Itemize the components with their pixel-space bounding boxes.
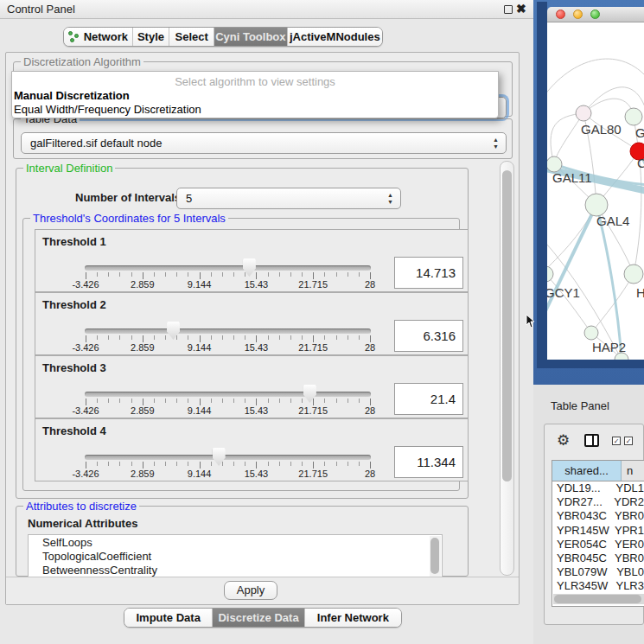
tick-label: -3.426	[72, 469, 99, 479]
panel-scrollbar[interactable]	[500, 161, 514, 576]
table-row[interactable]: YBL079WYBL0	[552, 565, 644, 579]
network-node	[624, 265, 643, 284]
table-panel-title: Table Panel	[551, 399, 609, 412]
thresholds-group-label: Threshold's Coordinates for 5 Intervals	[30, 212, 228, 225]
table-row[interactable]: YLR345WYLR3	[552, 579, 644, 593]
table-data-group: Table Data galFiltered.sif default node …	[13, 118, 513, 159]
table-row[interactable]: YBR045CYBR0	[552, 552, 644, 565]
tab-select[interactable]: Select	[169, 28, 214, 46]
table-data-combo[interactable]: galFiltered.sif default node ▲▼	[21, 132, 507, 154]
tick-label: 28	[365, 405, 375, 416]
threshold-row: Threshold 1 -3.426 2.859 9.144 15.43 21.…	[35, 229, 469, 292]
tab-discretize-data[interactable]: Discretize Data	[212, 609, 303, 627]
table-panel: ⚙ ✓ ✓ shared... n YDL19...YDL1 YDR27...Y…	[544, 424, 644, 625]
tick-label: 9.144	[188, 469, 212, 479]
tick-label: 15.43	[245, 469, 269, 479]
tick-label: -3.426	[72, 405, 99, 416]
apply-bar: Apply	[6, 577, 519, 604]
tick-label: 9.144	[188, 342, 212, 353]
list-item[interactable]: TopologicalCoefficient	[29, 549, 442, 563]
table-row[interactable]: YDR27...YDR2	[552, 495, 644, 509]
numerical-attributes-list[interactable]: SelfLoops TopologicalCoefficient Between…	[28, 534, 443, 579]
list-item[interactable]: SelfLoops	[29, 535, 442, 549]
tab-jactivemnodules[interactable]: jActiveMNodules	[287, 28, 382, 46]
column-header-name[interactable]: n	[622, 461, 644, 481]
table-toolbar: ⚙ ✓ ✓	[545, 424, 643, 459]
window-title: Control Panel	[7, 3, 75, 16]
tick-label: 21.715	[298, 469, 328, 479]
column-header-shared-name[interactable]: shared...	[552, 461, 622, 481]
node-table[interactable]: shared... n YDL19...YDL1 YDR27...YDR2 YB…	[552, 460, 644, 607]
number-of-intervals-label: Number of Intervals	[75, 191, 181, 204]
node-label: H	[636, 285, 644, 300]
list-item[interactable]: BetweennessCentrality	[29, 563, 442, 577]
threshold-row: Threshold 4 -3.426 2.859 9.144 15.43 21.…	[35, 418, 469, 481]
control-panel-titlebar: Control Panel ✖	[0, 0, 533, 19]
network-canvas[interactable]: GAL80 GA GAL11 C GAL4 GCY1 H HAP2	[547, 22, 644, 360]
numerical-attributes-label: Numerical Attributes	[28, 517, 137, 530]
attributes-group: Attributes to discretize Numerical Attri…	[16, 506, 469, 577]
list-scrollbar[interactable]	[430, 536, 441, 579]
tab-cyni-toolbox[interactable]: Cyni Toolbox	[214, 28, 287, 46]
close-traffic-light-icon[interactable]	[556, 10, 565, 19]
tick-label: 15.43	[245, 342, 269, 353]
attributes-group-label: Attributes to discretize	[23, 500, 139, 513]
gear-icon[interactable]: ⚙	[557, 431, 570, 450]
threshold-value-field[interactable]: 11.344	[394, 446, 463, 478]
network-node	[584, 326, 598, 340]
tick-label: 9.144	[188, 405, 212, 416]
tick-label: 28	[365, 342, 375, 353]
tab-network[interactable]: Network	[64, 28, 132, 46]
panel-scrollbar-thumb[interactable]	[502, 170, 512, 481]
mouse-cursor	[526, 315, 536, 328]
apply-button[interactable]: Apply	[224, 581, 277, 600]
threshold-value-field[interactable]: 6.316	[394, 320, 463, 352]
table-row[interactable]: YDL19...YDL1	[552, 481, 644, 495]
zoom-traffic-light-icon[interactable]	[590, 10, 600, 19]
threshold-value-field[interactable]: 21.4	[394, 383, 463, 415]
table-row[interactable]: YER054CYER0	[552, 538, 644, 552]
tab-style[interactable]: Style	[132, 28, 169, 46]
threshold-slider-track[interactable]	[85, 328, 371, 334]
node-label: GAL11	[552, 170, 592, 185]
float-window-icon[interactable]	[504, 5, 513, 14]
threshold-slider-track[interactable]	[85, 455, 371, 460]
algorithm-dropdown-popup: Select algorithm to view settings Manual…	[11, 71, 499, 118]
node-label: C	[637, 156, 644, 170]
tab-impute-data[interactable]: Impute Data	[124, 609, 212, 627]
minimize-traffic-light-icon[interactable]	[573, 10, 583, 19]
threshold-value-field[interactable]: 14.713	[394, 257, 463, 289]
network-node	[625, 108, 642, 125]
dropdown-option-equal-width-frequency[interactable]: Equal Width/Frequency Discretization	[14, 103, 201, 116]
dropdown-option-manual-discretization[interactable]: Manual Discretization	[14, 89, 130, 102]
tick-label: -3.426	[72, 342, 99, 353]
threshold-label: Threshold 3	[42, 361, 106, 374]
tick-label: 2.859	[131, 405, 155, 416]
columns-icon[interactable]	[584, 434, 599, 447]
dropdown-placeholder: Select algorithm to view settings	[12, 75, 498, 88]
network-node	[547, 266, 553, 282]
node-label: GAL80	[581, 122, 622, 137]
interval-definition-label: Interval Definition	[23, 162, 115, 175]
number-of-intervals-spinner[interactable]: 5 ▲▼	[176, 188, 401, 209]
tick-label: 21.715	[298, 405, 328, 416]
network-view-window[interactable]: GAL80 GA GAL11 C GAL4 GCY1 H HAP2	[547, 7, 644, 360]
network-window-titlebar[interactable]	[547, 7, 644, 22]
spinner-arrows-icon: ▲▼	[387, 192, 393, 206]
checkbox-icon[interactable]: ✓	[624, 437, 633, 445]
threshold-row: Threshold 2 -3.426 2.859 9.144 15.43 21.…	[35, 292, 469, 355]
tab-infer-network[interactable]: Infer Network	[304, 609, 401, 627]
tick-label: 28	[365, 469, 375, 479]
top-tab-bar: Network Style Select Cyni Toolbox jActiv…	[0, 20, 533, 52]
checkbox-icon[interactable]: ✓	[612, 437, 621, 445]
table-row[interactable]: YPR145WYPR1	[552, 524, 644, 538]
threshold-slider-track[interactable]	[85, 392, 371, 397]
close-icon[interactable]: ✖	[516, 2, 526, 16]
table-horizontal-scrollbar[interactable]	[553, 594, 644, 604]
number-of-intervals-value: 5	[186, 192, 192, 205]
tab-network-label: Network	[84, 30, 128, 43]
table-row[interactable]: YBR043CYBR0	[552, 509, 644, 523]
threshold-slider-track[interactable]	[85, 265, 371, 271]
thresholds-group: Threshold's Coordinates for 5 Intervals …	[22, 218, 460, 491]
right-region: GAL80 GA GAL11 C GAL4 GCY1 H HAP2 Table …	[533, 0, 644, 644]
